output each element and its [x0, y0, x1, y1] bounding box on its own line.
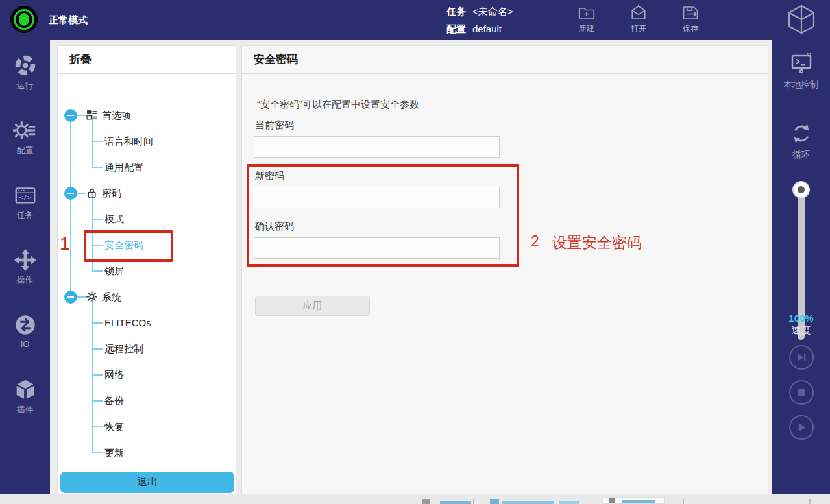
plugin-cube-icon	[13, 378, 38, 402]
sidebar-item-operate[interactable]: 操作	[0, 248, 50, 297]
new-file-icon	[577, 3, 596, 23]
new-password-label: 新密码	[255, 170, 284, 182]
safety-password-panel: 安全密码 “安全密码”可以在配置中设置安全参数 当前密码 新密码 确认密码 应用…	[241, 45, 768, 494]
new-task-label: 新建	[579, 23, 594, 34]
save-file-icon	[681, 3, 700, 23]
confirm-password-label: 确认密码	[255, 221, 294, 233]
play-button[interactable]	[789, 415, 814, 440]
taskbar-peek-divider	[809, 499, 811, 504]
mode-label: 正常模式	[49, 14, 88, 27]
tree-node-safety-password[interactable]: 安全密码	[58, 232, 236, 258]
tree-node-remote-control[interactable]: 远程控制	[58, 336, 236, 362]
lock-icon	[86, 187, 97, 198]
collapse-toggle-icon[interactable]	[64, 109, 77, 122]
taskbar-peek-item	[440, 501, 471, 504]
task-value: <未命名>	[472, 6, 513, 17]
sidebar-label-config: 配置	[17, 145, 34, 156]
annotation-step-2: 2 设置安全密码	[531, 233, 642, 253]
tree-node-lock-screen[interactable]: 锁屏	[58, 258, 236, 284]
taskbar-peek-icon	[490, 499, 499, 504]
sidebar-label-operate: 操作	[17, 274, 34, 286]
speed-label: 速度	[772, 324, 830, 337]
tree-node-restore[interactable]: 恢复	[58, 414, 236, 440]
run-icon	[13, 53, 38, 78]
apply-button[interactable]: 应用	[255, 296, 370, 316]
sidebar-label-plugin: 插件	[17, 404, 34, 416]
save-task-label: 保存	[683, 23, 698, 34]
config-value: default	[472, 23, 502, 34]
sidebar-label-run: 运行	[17, 80, 34, 91]
new-task-button[interactable]: 新建	[571, 3, 602, 34]
taskbar-peek	[0, 494, 830, 504]
step-button[interactable]	[789, 345, 814, 370]
loop-button[interactable]: 循环	[772, 121, 830, 161]
confirm-password-input[interactable]	[254, 237, 500, 259]
sidebar-item-config[interactable]: 配置	[0, 118, 50, 167]
task-config-block: 任务<未命名> 配置default	[446, 3, 513, 38]
open-task-button[interactable]: 打开	[623, 3, 654, 34]
preferences-icon	[86, 110, 97, 121]
taskbar-peek-divider	[473, 499, 474, 504]
collapse-toggle-icon[interactable]	[64, 187, 77, 200]
local-control-button[interactable]: 本地控制	[772, 52, 830, 91]
taskbar-peek-item	[559, 501, 579, 504]
tree-node-language-time[interactable]: 语言和时间	[58, 128, 236, 154]
taskbar-peek-item	[622, 500, 655, 503]
taskbar-peek-item	[502, 501, 554, 504]
local-control-terminal-icon	[788, 52, 814, 77]
open-task-label: 打开	[631, 23, 646, 34]
move-arrows-icon	[13, 248, 38, 272]
loop-arrows-icon	[788, 121, 814, 147]
speed-percentage: 100%	[772, 313, 830, 324]
speed-slider-knob[interactable]	[792, 181, 810, 198]
brand-cube-logo-icon	[786, 4, 817, 35]
local-control-label: 本地控制	[784, 79, 819, 91]
top-bar: 正常模式 任务<未命名> 配置default 新建	[0, 0, 830, 40]
io-arrows-icon	[13, 313, 38, 337]
tree-node-preferences[interactable]: 首选项	[58, 102, 236, 128]
sidebar-item-plugin[interactable]: 插件	[0, 378, 50, 427]
tree-node-system[interactable]: 系统	[58, 284, 236, 310]
tree-node-update[interactable]: 更新	[58, 440, 236, 466]
sidebar-label-io: IO	[21, 339, 30, 349]
safety-password-description: “安全密码”可以在配置中设置安全参数	[257, 99, 419, 111]
sidebar-item-task[interactable]: </> 任务	[0, 183, 50, 232]
tree-panel-title[interactable]: 折叠	[58, 46, 236, 74]
mode-dot-icon	[19, 13, 29, 26]
settings-tree-panel: 折叠	[57, 45, 236, 494]
tree-node-elitecos[interactable]: ELITECOs	[58, 310, 236, 336]
mode-status-indicator[interactable]	[10, 6, 38, 33]
left-sidebar: 运行 配置 </> 任务	[0, 40, 50, 504]
tree-node-network[interactable]: 网络	[58, 362, 236, 388]
taskbar-peek-divider	[683, 499, 684, 504]
svg-text:</>: </>	[19, 193, 31, 201]
loop-label: 循环	[792, 149, 810, 161]
exit-button[interactable]: 退出	[60, 472, 234, 493]
sidebar-item-io[interactable]: IO	[0, 313, 50, 362]
open-file-icon	[629, 3, 648, 23]
annotation-step-1: 1	[60, 234, 70, 254]
config-label: 配置	[446, 23, 466, 34]
tree-node-backup[interactable]: 备份	[58, 388, 236, 414]
annotation-step-2-number: 2	[531, 233, 539, 253]
new-password-input[interactable]	[254, 187, 500, 208]
system-gear-icon	[86, 291, 97, 302]
collapse-toggle-icon[interactable]	[64, 291, 77, 304]
sidebar-item-run[interactable]: 运行	[0, 53, 50, 102]
main-panel-title: 安全密码	[242, 46, 768, 74]
annotation-step-2-text: 设置安全密码	[552, 233, 642, 253]
taskbar-peek-icon	[422, 499, 430, 504]
task-label: 任务	[446, 6, 466, 17]
stop-button[interactable]	[789, 380, 814, 405]
tree-node-password[interactable]: 密码	[58, 180, 236, 206]
tree-node-general-config[interactable]: 通用配置	[58, 154, 236, 180]
tree-node-mode[interactable]: 模式	[58, 206, 236, 232]
save-task-button[interactable]: 保存	[675, 3, 706, 34]
code-window-icon: </>	[13, 183, 38, 208]
taskbar-peek-icon	[609, 498, 615, 503]
current-password-label: 当前密码	[255, 119, 294, 132]
current-password-input[interactable]	[254, 136, 500, 158]
right-sidebar: 本地控制 循环 100% 速度	[772, 40, 830, 504]
settings-gear-icon	[13, 118, 38, 143]
sidebar-label-task: 任务	[17, 210, 34, 221]
